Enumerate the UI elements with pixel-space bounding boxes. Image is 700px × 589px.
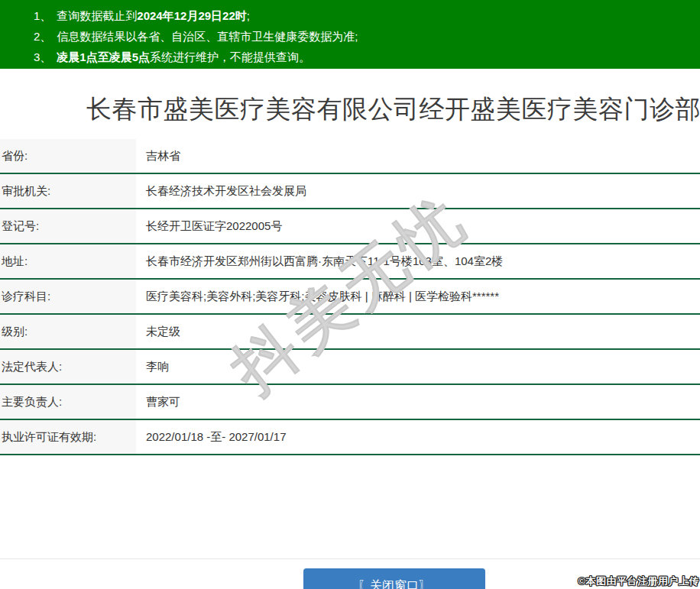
row-label: 法定代表人: — [0, 350, 136, 383]
row-value: 吉林省 — [136, 139, 180, 173]
notice-banner: 1、查询数据截止到2024年12月29日22时; 2、信息数据结果以各省、自治区… — [0, 0, 700, 69]
table-row-address: 地址: 长春市经济开发区郑州街以西富腾·东南天下11-1号楼103室、104室2… — [0, 244, 700, 280]
table-row-person-in-charge: 主要负责人: 曹家可 — [0, 385, 700, 420]
close-window-button[interactable]: 〖关闭窗口〗 — [303, 568, 485, 589]
table-row-license-validity: 执业许可证有效期: 2022/01/18 -至- 2027/01/17 — [0, 420, 700, 455]
notice-number: 1、 — [34, 5, 51, 26]
notice-line-1: 1、查询数据截止到2024年12月29日22时; — [0, 5, 700, 26]
row-value: 李响 — [136, 350, 169, 383]
footer-divider — [0, 558, 700, 559]
row-label: 主要负责人: — [0, 385, 136, 419]
table-row-registration-number: 登记号: 长经开卫医证字2022005号 — [0, 209, 700, 244]
row-label: 级别: — [0, 315, 136, 348]
row-value: 未定级 — [136, 315, 180, 348]
notice-number: 2、 — [34, 26, 51, 47]
row-label: 省份: — [0, 139, 136, 173]
row-value: 医疗美容科;美容外科;美容牙科;美容皮肤科 | 麻醉科 | 医学检验科*****… — [136, 280, 499, 313]
institution-title: 长春市盛美医疗美容有限公司经开盛美医疗美容门诊部 — [86, 96, 700, 122]
table-row-approval-authority: 审批机关: 长春经济技术开发区社会发展局 — [0, 174, 700, 209]
row-label: 登记号: — [0, 209, 136, 243]
notice-text: ; — [247, 9, 250, 22]
notice-number: 3、 — [34, 47, 51, 67]
row-label: 地址: — [0, 244, 136, 278]
row-value: 长春经济技术开发区社会发展局 — [136, 174, 306, 208]
row-label: 执业许可证有效期: — [0, 420, 136, 454]
table-row-province: 省份: 吉林省 — [0, 139, 700, 174]
notice-text: 信息数据结果以各省、自治区、直辖市卫生健康委数据为准; — [57, 30, 358, 43]
notice-text-bold: 凌晨1点至凌晨5点 — [57, 50, 150, 63]
query-result-page: 1、查询数据截止到2024年12月29日22时; 2、信息数据结果以各省、自治区… — [0, 0, 700, 589]
table-row-medical-subjects: 诊疗科目: 医疗美容科;美容外科;美容牙科;美容皮肤科 | 麻醉科 | 医学检验… — [0, 280, 700, 315]
table-row-level: 级别: 未定级 — [0, 315, 700, 350]
row-value: 长经开卫医证字2022005号 — [136, 209, 282, 243]
notice-text: 查询数据截止到 — [57, 9, 137, 22]
row-label: 诊疗科目: — [0, 280, 136, 313]
notice-line-2: 2、信息数据结果以各省、自治区、直辖市卫生健康委数据为准; — [0, 26, 700, 47]
notice-text-bold: 2024年12月29日22时 — [137, 9, 246, 22]
notice-text: 系统进行维护，不能提供查询。 — [150, 50, 310, 63]
institution-info-table: 省份: 吉林省 审批机关: 长春经济技术开发区社会发展局 登记号: 长经开卫医证… — [0, 139, 700, 455]
row-value: 2022/01/18 -至- 2027/01/17 — [136, 420, 286, 454]
notice-line-3: 3、凌晨1点至凌晨5点系统进行维护，不能提供查询。 — [0, 47, 700, 67]
row-value: 长春市经济开发区郑州街以西富腾·东南天下11-1号楼103室、104室2楼 — [136, 244, 503, 278]
row-label: 审批机关: — [0, 174, 136, 208]
copyright-watermark: ©本图由平台注册用户上传 — [578, 574, 699, 588]
row-value: 曹家可 — [136, 385, 180, 419]
table-row-legal-representative: 法定代表人: 李响 — [0, 350, 700, 385]
